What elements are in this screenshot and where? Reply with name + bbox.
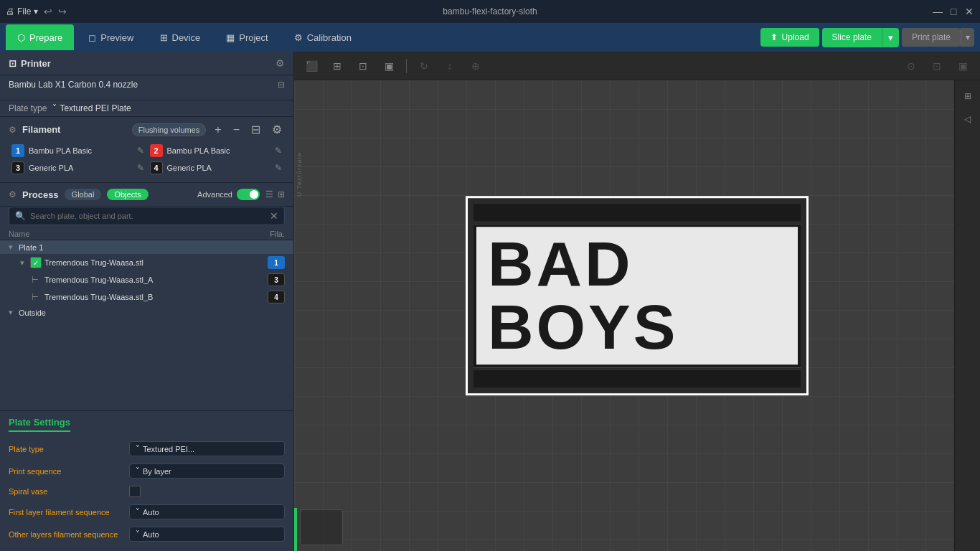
grid-view-button[interactable]: ⊞ bbox=[326, 56, 349, 76]
filament-name-1: Bambu PLA Basic bbox=[29, 146, 133, 155]
side-controls: ⊞ ◁ bbox=[954, 80, 980, 551]
plate-1-label: Plate 1 bbox=[19, 243, 285, 252]
file-1-label: Tremendous Trug-Waasa.stl bbox=[44, 258, 268, 267]
maximize-button[interactable]: □ bbox=[948, 6, 958, 17]
search-input[interactable] bbox=[30, 212, 265, 220]
side-control-2[interactable]: ◁ bbox=[958, 109, 978, 129]
chevron-down-icon: ˅ bbox=[136, 444, 140, 453]
camera-control-button[interactable]: ⊙ bbox=[900, 56, 923, 76]
objects-tag-button[interactable]: Objects bbox=[107, 189, 148, 200]
tree-outside[interactable]: ▾ Outside bbox=[0, 306, 293, 319]
part-b-label: Tremendous Trug-Waasa.stl_B bbox=[44, 293, 268, 301]
filament-title: Filament bbox=[22, 124, 126, 135]
plate-type-value[interactable]: ˅ Textured PEI Plate bbox=[52, 103, 131, 113]
search-clear-button[interactable]: ✕ bbox=[270, 210, 278, 222]
filament-item-3: 3 Generic PLA ✎ bbox=[9, 159, 147, 176]
filament-presets-button[interactable]: ⊟ bbox=[248, 123, 263, 136]
filament-num-4: 4 bbox=[150, 161, 163, 174]
slice-label: Slice plate bbox=[832, 32, 872, 42]
filament-badge-1[interactable]: 1 bbox=[268, 256, 285, 269]
tab-project[interactable]: ▦ Project bbox=[215, 24, 279, 50]
app-icon: 🖨 bbox=[6, 6, 14, 17]
canvas-3d[interactable]: U Textúrxate BAD BOYS ⊞ ◁ bbox=[294, 80, 980, 551]
plate-chevron-icon: ▾ bbox=[9, 242, 19, 252]
orthographic-button[interactable]: ▣ bbox=[377, 56, 400, 76]
menubar: ⬡ Prepare ◻ Preview ⊞ Device ▦ Project ⚙… bbox=[0, 23, 980, 52]
global-tag-button[interactable]: Global bbox=[65, 189, 102, 200]
filament-num-2: 2 bbox=[150, 144, 163, 157]
tab-device[interactable]: ⊞ Device bbox=[149, 24, 212, 50]
print-sequence-value[interactable]: ˅ By layer bbox=[129, 463, 285, 479]
file-check-1[interactable]: ✓ bbox=[30, 257, 42, 268]
slice-button[interactable]: Slice plate bbox=[822, 28, 882, 47]
tab-calibration[interactable]: ⚙ Calibration bbox=[283, 24, 363, 50]
other-layers-setting: Other layers filament sequence ˅ Auto bbox=[9, 523, 285, 545]
close-button[interactable]: ✕ bbox=[964, 6, 974, 17]
chevron-down-icon: ˅ bbox=[136, 466, 140, 476]
filament-icon: ⚙ bbox=[9, 125, 17, 135]
filament-section: ⚙ Filament Flushing volumes + − ⊟ ⚙ 1 Ba… bbox=[0, 117, 293, 183]
filament-badge-3[interactable]: 3 bbox=[268, 273, 285, 286]
filament-edit-1[interactable]: ✎ bbox=[137, 146, 144, 156]
filament-badge-4[interactable]: 4 bbox=[268, 291, 285, 303]
print-button[interactable]: Print plate bbox=[902, 28, 961, 47]
move-button[interactable]: ⊕ bbox=[464, 56, 487, 76]
cube-view-button[interactable]: ⬛ bbox=[300, 56, 323, 76]
device-icon: ⊞ bbox=[160, 32, 168, 43]
bottom-status bbox=[300, 509, 343, 545]
remove-filament-button[interactable]: − bbox=[230, 123, 242, 136]
print-dropdown-button[interactable]: ▾ bbox=[961, 28, 974, 47]
undo-button[interactable]: ↩ bbox=[44, 6, 52, 17]
view-options-button[interactable]: ▣ bbox=[951, 56, 974, 76]
print-group: Print plate ▾ bbox=[902, 28, 974, 47]
add-filament-button[interactable]: + bbox=[212, 123, 224, 136]
plate-type-setting: Plate type ˅ Textured PEI... bbox=[9, 438, 285, 460]
process-grid-icon[interactable]: ⊞ bbox=[278, 189, 285, 199]
slice-dropdown-button[interactable]: ▾ bbox=[882, 28, 899, 47]
tree-file-1[interactable]: ▾ ✓ Tremendous Trug-Waasa.stl 1 bbox=[0, 254, 293, 271]
minimize-button[interactable]: — bbox=[933, 6, 943, 17]
prepare-icon: ⬡ bbox=[17, 32, 25, 43]
advanced-toggle[interactable] bbox=[237, 189, 260, 200]
file-label[interactable]: File bbox=[17, 6, 31, 17]
printer-settings-icon[interactable]: ⚙ bbox=[275, 57, 285, 69]
chevron-down-icon: ˅ bbox=[52, 103, 57, 113]
canvas-label: U Textúrxate bbox=[296, 152, 303, 197]
part-icon-b: ⊢ bbox=[32, 293, 42, 302]
first-layer-setting: First layer filament sequence ˅ Auto bbox=[9, 501, 285, 523]
upload-button[interactable]: ⬆ Upload bbox=[760, 28, 819, 47]
spiral-vase-checkbox[interactable] bbox=[129, 486, 141, 497]
flushing-volumes-button[interactable]: Flushing volumes bbox=[132, 123, 207, 136]
tree-part-b[interactable]: ⊢ Tremendous Trug-Waasa.stl_B 4 bbox=[0, 288, 293, 306]
file-menu[interactable]: 🖨 File ▾ bbox=[6, 6, 38, 17]
plate-type-setting-value[interactable]: ˅ Textured PEI... bbox=[129, 441, 285, 456]
filament-item-4: 4 Generic PLA ✎ bbox=[147, 159, 286, 176]
advanced-row: Advanced bbox=[197, 189, 260, 200]
model-text-wrapper: BAD BOYS bbox=[473, 224, 801, 367]
spiral-vase-setting: Spiral vase bbox=[9, 482, 285, 501]
perspective-button[interactable]: ⊡ bbox=[352, 56, 374, 76]
filament-name-4: Generic PLA bbox=[167, 164, 271, 172]
redo-button[interactable]: ↪ bbox=[58, 6, 67, 17]
side-control-1[interactable]: ⊞ bbox=[958, 86, 978, 106]
canvas-area: ⬛ ⊞ ⊡ ▣ ↻ ↕ ⊕ ⊙ ⊡ ▣ U Textúrxate bbox=[294, 52, 980, 551]
tab-project-label: Project bbox=[239, 32, 268, 43]
tab-prepare[interactable]: ⬡ Prepare bbox=[6, 24, 74, 50]
filament-settings-button[interactable]: ⚙ bbox=[269, 123, 285, 136]
chevron-down-icon: ˅ bbox=[136, 529, 140, 539]
printer-edit-icon[interactable]: ⊟ bbox=[278, 80, 285, 90]
tree-part-a[interactable]: ⊢ Tremendous Trug-Waasa.stl_A 3 bbox=[0, 271, 293, 288]
filament-edit-2[interactable]: ✎ bbox=[275, 146, 282, 156]
tab-preview[interactable]: ◻ Preview bbox=[77, 24, 145, 50]
zoom-fit-button[interactable]: ⊡ bbox=[925, 56, 948, 76]
other-layers-value[interactable]: ˅ Auto bbox=[129, 527, 285, 542]
process-list-icon[interactable]: ☰ bbox=[265, 189, 273, 199]
filament-edit-4[interactable]: ✎ bbox=[275, 163, 282, 173]
tree-plate-1[interactable]: ▾ Plate 1 bbox=[0, 240, 293, 254]
filament-name-2: Bambu PLA Basic bbox=[167, 146, 271, 155]
model-container[interactable]: BAD BOYS bbox=[466, 196, 809, 395]
first-layer-value[interactable]: ˅ Auto bbox=[129, 504, 285, 519]
scale-button[interactable]: ↕ bbox=[438, 56, 461, 76]
filament-edit-3[interactable]: ✎ bbox=[137, 163, 144, 173]
rotate-button[interactable]: ↻ bbox=[413, 56, 435, 76]
